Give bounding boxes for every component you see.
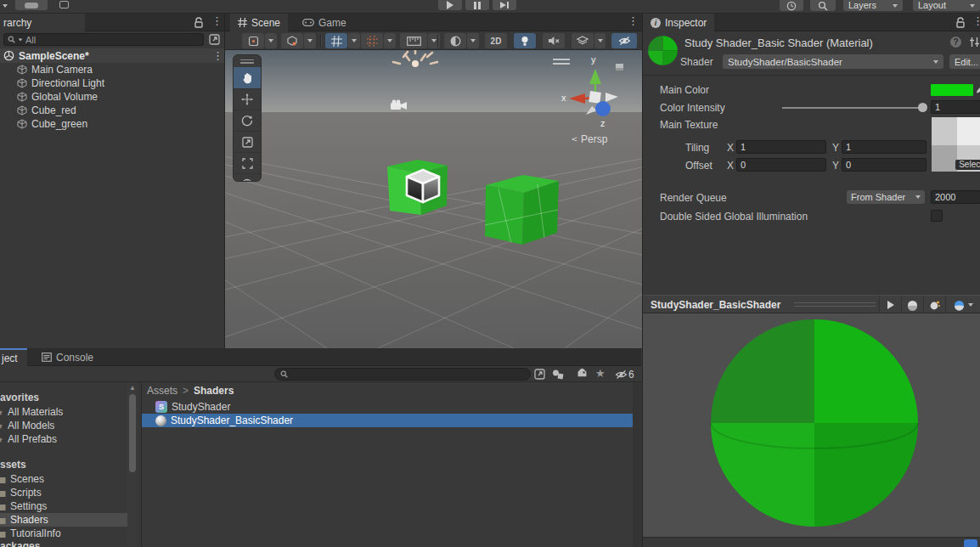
scale-tool-button[interactable]	[234, 131, 261, 152]
eyedropper-icon[interactable]	[975, 85, 980, 95]
snap-settings-button[interactable]	[400, 33, 427, 48]
layers-dropdown[interactable]: Layers	[843, 0, 903, 11]
transform-tool-button[interactable]	[234, 173, 261, 182]
main-color-swatch[interactable]	[931, 84, 973, 96]
files-scrollbar-track[interactable]	[633, 382, 641, 547]
tool-handle-rotation-caret[interactable]	[304, 33, 316, 48]
scene-lighting-button[interactable]	[514, 33, 536, 48]
preview-mesh-button[interactable]	[901, 296, 923, 314]
inspector-menu-button[interactable]: ⋮	[972, 17, 980, 25]
tiling-x-field[interactable]: 1	[736, 140, 826, 154]
move-tool-button[interactable]	[234, 88, 261, 110]
presets-icon[interactable]	[969, 37, 980, 48]
favorite-item-all-materials[interactable]: ★ All Materials	[0, 405, 63, 419]
snap-increment-caret[interactable]	[384, 33, 396, 48]
effects-caret[interactable]	[594, 33, 605, 48]
offset-x-field[interactable]: 0	[736, 158, 826, 172]
hierarchy-menu-button[interactable]: ⋮	[211, 17, 222, 25]
file-row-studyshader-basicshader[interactable]: StudyShader_BasicShader	[155, 414, 293, 427]
toolbar-dropdown-caret-icon[interactable]	[3, 4, 8, 8]
hierarchy-item-cube-green[interactable]: Cube_green	[17, 117, 87, 131]
snap-increment-button[interactable]	[361, 33, 383, 48]
open-new-window-icon[interactable]	[209, 34, 220, 45]
scrollbar-thumb[interactable]	[129, 394, 136, 472]
preview-environment-dropdown[interactable]	[945, 296, 980, 314]
dsgi-checkbox[interactable]	[931, 210, 943, 222]
perspective-label[interactable]: <Persp	[572, 133, 607, 145]
render-queue-field[interactable]: 2000	[931, 190, 980, 204]
folder-scrollbar[interactable]: ▲	[127, 382, 138, 547]
preview-header[interactable]: StudyShader_BasicShader	[643, 295, 980, 313]
collab-notification-icon[interactable]	[964, 539, 977, 547]
favorite-item-all-models[interactable]: ★ All Models	[0, 419, 54, 432]
folder-item-scripts[interactable]: Scripts	[0, 486, 42, 499]
scene-panel-menu-button[interactable]: ⋮	[628, 17, 639, 25]
folder-item-scenes[interactable]: Scenes	[0, 472, 44, 486]
hierarchy-item-directional-light[interactable]: Directional Light	[17, 76, 104, 90]
breadcrumb-assets[interactable]: Assets	[147, 385, 177, 397]
file-row-studyshader[interactable]: S StudyShader	[155, 400, 230, 414]
preview-play-button[interactable]	[879, 296, 901, 314]
tab-console[interactable]: Console	[34, 348, 101, 366]
hierarchy-item-global-volume[interactable]: Global Volume	[17, 90, 98, 104]
grid-visibility-button[interactable]	[325, 33, 347, 48]
hierarchy-item-cube-red[interactable]: Cube_red	[17, 104, 76, 117]
folder-item-tutorialinfo[interactable]: TutorialInfo	[0, 527, 61, 540]
tiling-y-field[interactable]: 1	[842, 140, 926, 154]
edit-shader-button[interactable]: Edit...	[949, 54, 980, 69]
breadcrumb-current[interactable]: Shaders	[194, 385, 234, 397]
global-search-button[interactable]	[810, 0, 836, 11]
preview-body[interactable]	[643, 313, 980, 537]
tab-inspector[interactable]: i Inspector	[643, 14, 714, 31]
scroll-up-icon[interactable]: ▲	[129, 384, 136, 392]
shading-mode-button[interactable]	[444, 33, 466, 48]
hierarchy-item-main-camera[interactable]: Main Camera	[17, 63, 93, 76]
unlock-icon[interactable]	[955, 17, 966, 28]
scene-row-menu-button[interactable]: ⋮	[212, 52, 223, 60]
scene-visibility-button[interactable]	[611, 33, 637, 48]
hand-tool-button[interactable]	[234, 67, 261, 88]
layout-dropdown[interactable]: Layout	[913, 0, 980, 11]
tab-scene[interactable]: Scene	[230, 14, 288, 31]
tab-hierarchy[interactable]: rarchy	[0, 14, 85, 31]
color-intensity-slider[interactable]	[782, 107, 923, 109]
hidden-packages-toggle[interactable]: 6	[615, 369, 634, 381]
main-texture-thumbnail[interactable]: Select	[932, 117, 980, 172]
preview-drag-handle[interactable]	[794, 302, 876, 307]
render-queue-dropdown[interactable]: From Shader	[847, 190, 925, 204]
open-new-window-icon[interactable]	[534, 369, 545, 380]
favorite-item-all-prefabs[interactable]: ★ All Prefabs	[0, 432, 57, 446]
play-button[interactable]	[438, 0, 462, 10]
overlay-drag-handle[interactable]	[234, 55, 261, 67]
favorites-filter-icon[interactable]: ★	[595, 367, 605, 380]
tool-handle-position-caret[interactable]	[265, 33, 277, 48]
type-filter-icon[interactable]	[552, 369, 564, 380]
rect-tool-button[interactable]	[234, 152, 261, 173]
tab-game[interactable]: Game	[295, 14, 354, 31]
step-button[interactable]	[493, 0, 516, 10]
project-search-input[interactable]	[274, 368, 531, 381]
scene-viewport[interactable]: y x z <Persp	[225, 50, 642, 348]
search-filter-caret-icon[interactable]	[19, 38, 23, 41]
texture-select-button[interactable]: Select	[955, 160, 980, 170]
label-filter-icon[interactable]	[577, 369, 588, 380]
color-intensity-slider-thumb[interactable]	[918, 103, 927, 112]
effects-toggle-button[interactable]	[572, 33, 594, 48]
folder-item-settings[interactable]: Settings	[0, 499, 47, 513]
shader-dropdown[interactable]: StudyShader/BasicShader	[723, 54, 943, 69]
tool-settings-button[interactable]	[15, 0, 48, 10]
rotate-tool-button[interactable]	[234, 110, 261, 131]
pause-button[interactable]	[465, 0, 489, 10]
folder-item-shaders[interactable]: Shaders	[0, 513, 48, 527]
scene-header-row[interactable]: SampleScene* ⋮	[0, 48, 224, 63]
tool-handle-position-button[interactable]	[242, 33, 264, 48]
help-icon[interactable]: ?	[950, 37, 961, 48]
2d-toggle-button[interactable]: 2D	[485, 33, 507, 48]
hierarchy-search-input[interactable]: All	[3, 33, 204, 46]
shading-mode-caret[interactable]	[467, 33, 479, 48]
offset-y-field[interactable]: 0	[842, 158, 926, 172]
grid-snap-button[interactable]	[51, 0, 76, 10]
unlock-icon[interactable]	[194, 17, 204, 28]
audio-mute-button[interactable]	[543, 33, 565, 48]
undo-history-button[interactable]	[780, 0, 803, 11]
